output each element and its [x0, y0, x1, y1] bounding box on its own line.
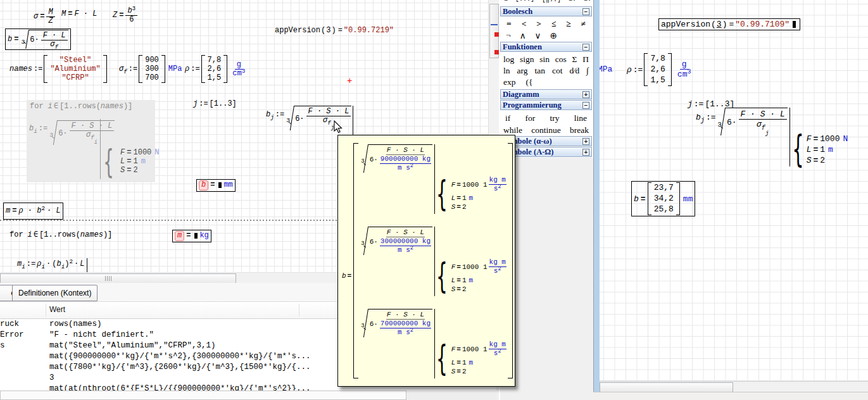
boolesch-row-1: =<>≤≥≠ — [500, 18, 592, 30]
palette-item[interactable]: while — [503, 125, 522, 135]
palette-item[interactable]: try — [550, 113, 560, 123]
mpa-unit: MPa — [600, 65, 612, 74]
formula-m-def[interactable]: m=ρ · b2· L — [3, 203, 63, 220]
for-loop-region[interactable]: fori∈[1..rows(names)] bi:=36·F · S · Lσf… — [27, 100, 155, 182]
palette-item[interactable]: < — [522, 19, 527, 29]
programmierung-row-1: iffortryline — [500, 112, 592, 124]
column-header-wert[interactable]: Wert — [49, 305, 65, 314]
palette-item[interactable]: cos — [555, 54, 567, 65]
table-horizontal-scrollbar[interactable] — [0, 391, 496, 400]
result-block: 36·F · S · L900000000 kgm s2{F=1000 1kg … — [360, 143, 506, 225]
formula-j[interactable]: j:=[1..3] — [193, 100, 237, 108]
palette-header-programmierung[interactable]: Programmierung− — [500, 100, 592, 110]
formula-b-j-right[interactable]: bj:=36·F · S · Lσfj{F=1000NL=1mS=2 — [696, 108, 848, 166]
expand-icon[interactable]: + — [582, 138, 589, 145]
scrollbar-thumb[interactable] — [600, 382, 733, 392]
palette-header-boolesch[interactable]: Boolesch− — [500, 6, 592, 16]
palette-item[interactable]: continue — [531, 125, 561, 135]
palette-item[interactable]: = — [506, 19, 512, 29]
palette-item[interactable]: ∨ — [535, 30, 541, 41]
expand-icon[interactable]: + — [582, 91, 589, 98]
palette-item[interactable]: ≠ — [581, 19, 586, 29]
scrollbar-thumb[interactable] — [0, 273, 236, 284]
formula-Z[interactable]: Z=b36 — [113, 1, 137, 29]
palette-icon[interactable]: ■. — [569, 0, 576, 3]
b-i-conditions: {F=1000NL=1mS=2 — [103, 147, 160, 177]
palette-item[interactable]: ∧ — [520, 30, 526, 41]
formula-appversion-right[interactable]: appVersion(3)="0.99.7109" — [658, 18, 800, 30]
palette-item[interactable]: sin — [539, 54, 550, 65]
palette-item[interactable]: ln — [503, 66, 510, 76]
result-block: 36·F · S · L700000000 kgm s2{F=1000 1kg … — [360, 308, 506, 378]
palette-item[interactable]: ¬ — [506, 30, 511, 41]
palette-item[interactable]: tan — [535, 66, 546, 76]
palette-item[interactable]: ≤ — [551, 19, 556, 29]
collapse-icon[interactable]: − — [582, 102, 589, 109]
palette-item[interactable]: exp — [503, 77, 516, 87]
right-horizontal-scrollbar[interactable] — [600, 381, 868, 392]
funktionen-row-2: lnargtancotd∕d∫ — [500, 65, 592, 77]
formula-names[interactable]: names:="Steel""Aluminium""CFRP" — [9, 55, 107, 83]
formula-sigma[interactable]: σ=MZ — [34, 4, 55, 29]
condition-bar — [100, 119, 101, 179]
result-block: 36·F · S · L300000000 kgm s2{F=1000 1kg … — [360, 225, 506, 308]
palette-icon[interactable]: [‖..] — [542, 0, 561, 3]
palette-icon[interactable]: ■: — [584, 0, 591, 3]
formula-sigmaf[interactable]: σf:=900300700MPa — [119, 55, 182, 83]
palette-item[interactable]: sign — [520, 54, 534, 65]
formula-m-i[interactable]: mi:=ρi·(bi)2·L — [17, 252, 87, 272]
tab-definitionen[interactable]: Definitionen (Kontext) — [12, 285, 97, 301]
palette-item[interactable]: Σ — [572, 54, 577, 65]
palette-icon[interactable]: [...] — [515, 0, 534, 3]
matrizen-icons-row: ■[...][‖..]■.■: — [500, 0, 596, 3]
b-i-formula: bi:=36·F · S · Lσfi — [29, 120, 115, 145]
palette-header-funktionen[interactable]: Funktionen− — [500, 42, 592, 52]
palette-item[interactable]: ⊕ — [550, 30, 557, 41]
palette-item[interactable]: cot — [552, 66, 563, 76]
b-result-right[interactable]: b=23,734,225,8mm — [631, 181, 695, 216]
evaluation-tooltip: b=36·F · S · L900000000 kgm s2{F=1000 1k… — [337, 135, 515, 387]
mouse-cursor — [333, 120, 343, 135]
palette-item[interactable]: if — [505, 113, 510, 123]
for-statement-2[interactable]: fori∈[1..rows(names)] — [9, 231, 112, 239]
palette-item[interactable]: ≥ — [566, 19, 570, 29]
formula-rho-right[interactable]: ρ:=7,82,61,5gcm3 — [627, 53, 693, 86]
worksheet-right[interactable]: appVersion(3)="0.99.7109" MPa ρ:=7,82,61… — [600, 0, 868, 381]
status-strip — [593, 392, 868, 400]
b-result[interactable]: b=mm — [196, 179, 236, 192]
palette-item[interactable]: break — [570, 125, 589, 135]
palette-item[interactable]: Π — [582, 54, 589, 65]
palette-item[interactable]: ({ — [526, 77, 533, 87]
app-window: σ=MZ M=F · L Z=b36 b=36·F · Lσf names:="… — [0, 0, 868, 400]
palette-header-diagramm[interactable]: Diagramm+ — [500, 89, 592, 99]
formula-appversion[interactable]: appVersion(3)="0.99.7219" — [275, 27, 394, 35]
funktionen-row-3: exp({ — [500, 77, 592, 88]
palette-item[interactable]: for — [525, 113, 536, 123]
scrollbar-thumb[interactable] — [0, 391, 406, 400]
error-marker[interactable] — [494, 32, 499, 37]
palette-item[interactable]: > — [536, 19, 541, 29]
error-marker[interactable] — [494, 50, 499, 54]
palette-item[interactable]: d∕d — [570, 66, 580, 76]
palette-item[interactable]: line — [574, 113, 587, 123]
expand-icon[interactable]: + — [582, 149, 589, 156]
palette-icon[interactable]: ■ — [504, 0, 508, 3]
palette-item[interactable]: log — [503, 54, 514, 65]
collapse-icon[interactable]: − — [582, 8, 589, 15]
boolesch-row-2: ¬∧∨⊕ — [500, 30, 592, 41]
insert-cursor: + — [347, 77, 352, 85]
collapse-icon[interactable]: − — [582, 44, 589, 51]
palette-item[interactable]: ∫ — [586, 66, 589, 76]
funktionen-row-1: logsignsincosΣΠ — [500, 54, 592, 65]
m-result[interactable]: m=kg — [172, 230, 211, 242]
for-statement: fori∈[1..rows(names)] — [30, 103, 132, 111]
formula-rho[interactable]: ρ:=7,82,61,5gcm3 — [185, 55, 247, 83]
formula-b-def[interactable]: b=36·F · Lσf — [5, 28, 71, 50]
palette-item[interactable]: arg — [517, 66, 528, 76]
formula-M[interactable]: M=F · L — [61, 9, 97, 19]
